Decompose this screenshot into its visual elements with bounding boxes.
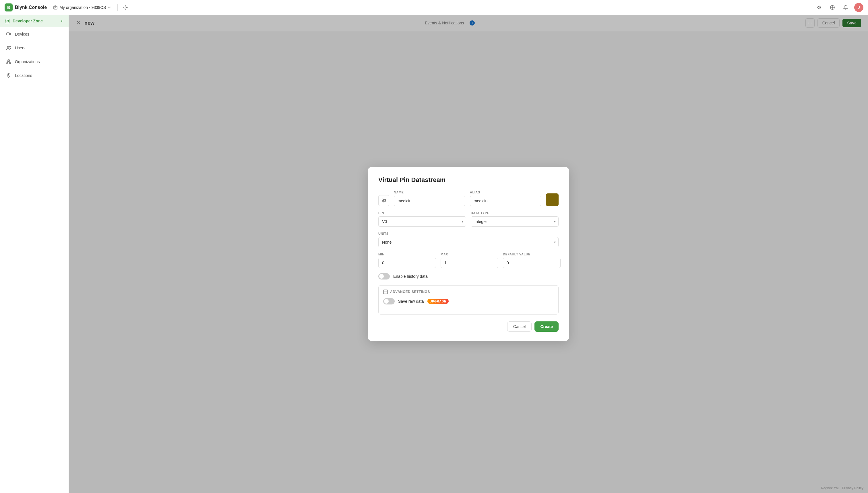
min-max-default-row: MIN MAX DEFAULT VALUE — [378, 253, 558, 268]
organizations-icon — [6, 59, 12, 65]
max-label: MAX — [441, 253, 498, 256]
megaphone-icon — [817, 5, 822, 10]
svg-rect-0 — [54, 6, 57, 9]
units-group: UNITS NoneCelsiusFahrenheit — [378, 232, 558, 248]
sidebar-item-devices[interactable]: Devices — [0, 27, 69, 41]
min-input[interactable] — [378, 258, 436, 268]
minus-square-icon — [383, 290, 388, 294]
avatar[interactable]: U — [854, 3, 863, 12]
pin-select[interactable]: V0V1V2 — [378, 216, 466, 227]
sidebar-item-users[interactable]: Users — [0, 41, 69, 55]
bell-icon — [843, 5, 848, 10]
name-label: NAME — [394, 191, 465, 194]
settings-sliders-icon — [830, 5, 835, 10]
content-area: new Events & Notifications i ··· Cancel … — [69, 15, 868, 493]
datatype-label: DATA TYPE — [471, 211, 558, 215]
modal-overlay: Virtual Pin Datastream NAM — [69, 15, 868, 493]
name-alias-row: NAME ALIAS — [378, 191, 558, 206]
filter-icon-btn[interactable] — [378, 195, 389, 206]
units-select-wrapper: NoneCelsiusFahrenheit — [378, 237, 558, 248]
sidebar-item-devices-label: Devices — [15, 32, 29, 37]
svg-rect-10 — [6, 63, 8, 64]
alias-label: ALIAS — [470, 191, 541, 194]
org-name: My organization - 9339CS — [59, 5, 106, 10]
save-raw-toggle[interactable] — [383, 298, 395, 304]
sidebar-item-organizations[interactable]: Organizations — [0, 55, 69, 69]
alias-group: ALIAS — [470, 191, 541, 206]
settings-icon-btn[interactable] — [828, 3, 837, 12]
default-input[interactable] — [503, 258, 560, 268]
developer-zone-label: Developer Zone — [13, 19, 43, 23]
default-group: DEFAULT VALUE — [503, 253, 560, 268]
svg-rect-5 — [6, 33, 9, 35]
main-area: Developer Zone Devices — [0, 15, 868, 493]
datatype-select-wrapper: IntegerDoubleString — [471, 216, 558, 227]
sidebar-item-locations[interactable]: Locations — [0, 69, 69, 82]
svg-rect-6 — [10, 33, 10, 35]
name-input[interactable] — [394, 196, 465, 206]
min-label: MIN — [378, 253, 436, 256]
pin-datatype-row: PIN V0V1V2 DATA TYPE Integer — [378, 211, 558, 227]
developer-zone-icon — [5, 18, 10, 23]
enable-history-toggle[interactable] — [378, 273, 390, 279]
enable-history-label: Enable history data — [393, 274, 428, 279]
svg-rect-9 — [8, 60, 9, 61]
toggle-slider — [378, 273, 390, 279]
units-row: UNITS NoneCelsiusFahrenheit — [378, 232, 558, 248]
alias-input[interactable] — [470, 196, 541, 206]
max-input[interactable] — [441, 258, 498, 268]
bell-icon-btn[interactable] — [841, 3, 850, 12]
save-raw-slider — [383, 298, 395, 304]
max-group: MAX — [441, 253, 498, 268]
advanced-settings-label: ADVANCED SETTINGS — [390, 290, 430, 294]
pin-group: PIN V0V1V2 — [378, 211, 466, 227]
svg-point-14 — [384, 200, 385, 201]
units-select[interactable]: NoneCelsiusFahrenheit — [378, 237, 558, 248]
users-icon — [6, 45, 12, 51]
modal-footer: Cancel Create — [378, 321, 558, 332]
sliders-icon — [381, 198, 386, 203]
logo-area: B Blynk.Console — [5, 3, 47, 12]
name-group: NAME — [394, 191, 465, 206]
svg-rect-1 — [55, 7, 56, 9]
developer-zone-item[interactable]: Developer Zone — [0, 15, 69, 27]
modal-title: Virtual Pin Datastream — [378, 176, 558, 184]
advanced-settings-header[interactable]: ADVANCED SETTINGS — [383, 290, 554, 294]
modal: Virtual Pin Datastream NAM — [368, 167, 569, 341]
svg-rect-11 — [9, 63, 10, 64]
datatype-select[interactable]: IntegerDoubleString — [471, 216, 558, 227]
advanced-settings-section: ADVANCED SETTINGS Save raw data UPGRADE — [378, 285, 558, 315]
logo-box: B — [5, 3, 13, 12]
save-raw-row: Save raw data UPGRADE — [383, 298, 554, 304]
chevron-right-icon — [59, 19, 64, 23]
svg-point-2 — [125, 6, 127, 8]
default-label: DEFAULT VALUE — [503, 253, 560, 256]
logo-text: Blynk.Console — [15, 5, 47, 10]
org-selector[interactable]: My organization - 9339CS — [50, 3, 114, 12]
chevron-down-icon — [108, 6, 111, 9]
svg-point-13 — [382, 199, 383, 200]
modal-cancel-button[interactable]: Cancel — [507, 321, 532, 332]
color-swatch[interactable] — [546, 193, 558, 206]
sidebar-item-locations-label: Locations — [15, 73, 32, 78]
sidebar-item-users-label: Users — [15, 46, 25, 50]
building-icon — [53, 5, 58, 10]
gear-icon-btn[interactable] — [121, 3, 130, 12]
save-raw-label: Save raw data — [398, 299, 424, 304]
advanced-body: Save raw data UPGRADE — [383, 298, 554, 304]
sidebar: Developer Zone Devices — [0, 15, 69, 493]
app: B Blynk.Console My organization - 9339CS — [0, 0, 868, 493]
svg-point-12 — [8, 74, 9, 76]
datatype-group: DATA TYPE IntegerDoubleString — [471, 211, 558, 227]
devices-icon — [6, 31, 12, 37]
enable-history-row: Enable history data — [378, 273, 558, 279]
modal-create-button[interactable]: Create — [534, 321, 558, 332]
svg-point-8 — [9, 46, 10, 47]
upgrade-badge[interactable]: UPGRADE — [427, 299, 449, 304]
top-bar: B Blynk.Console My organization - 9339CS — [0, 0, 868, 15]
megaphone-icon-btn[interactable] — [814, 3, 824, 12]
gear-icon — [123, 5, 128, 10]
sidebar-item-organizations-label: Organizations — [15, 59, 40, 64]
top-bar-right: U — [814, 3, 863, 12]
pin-label: PIN — [378, 211, 466, 215]
